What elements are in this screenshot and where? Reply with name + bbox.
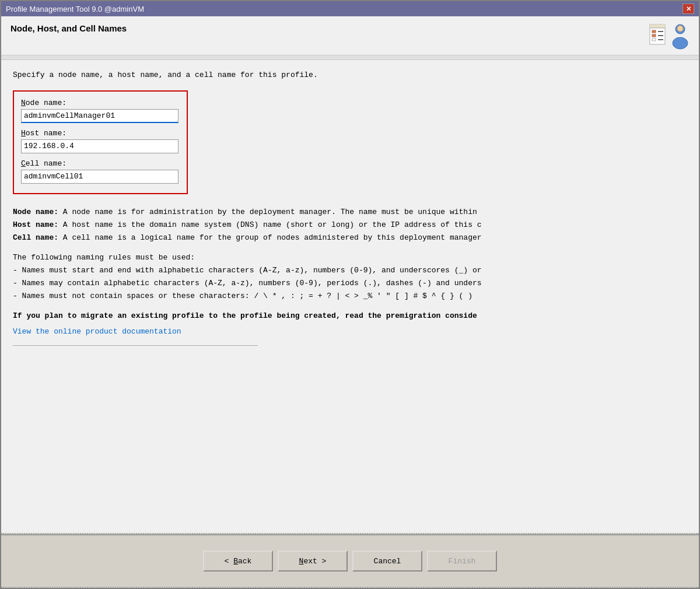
checklist-icon <box>648 23 670 50</box>
dotted-separator-bottom <box>1 587 699 588</box>
title-bar-buttons: ✕ <box>682 3 694 14</box>
person-icon <box>671 23 690 50</box>
rule-2: - Names may contain alphabetic character… <box>13 277 687 290</box>
migration-text: If you plan to migrate an existing profi… <box>13 310 687 322</box>
back-button[interactable]: < Back <box>203 551 273 572</box>
title-bar: Profile Management Tool 9.0 @adminVM ✕ <box>1 1 699 16</box>
host-info: Host name: A host name is the domain nam… <box>13 219 687 232</box>
cancel-button[interactable]: Cancel <box>352 551 422 572</box>
rules-intro: The following naming rules must be used: <box>13 251 687 264</box>
window-title: Profile Management Tool 9.0 @adminVM <box>6 5 144 13</box>
cell-label: Cell name: <box>21 159 180 168</box>
finish-button[interactable]: Finish <box>427 551 497 572</box>
cell-info: Cell name: A cell name is a logical name… <box>13 232 687 244</box>
host-field-group: Host name: <box>21 129 180 153</box>
node-info: Node name: A node name is for administra… <box>13 206 687 219</box>
online-docs-link[interactable]: View the online product documentation <box>13 327 181 336</box>
svg-rect-7 <box>652 38 656 41</box>
rule-3: - Names must not contain spaces or these… <box>13 290 687 303</box>
node-field-group: Node name: <box>21 99 180 123</box>
cell-name-input[interactable] <box>21 170 178 184</box>
svg-rect-3 <box>652 30 656 33</box>
svg-point-11 <box>677 26 683 31</box>
main-window: Profile Management Tool 9.0 @adminVM ✕ N… <box>0 0 700 589</box>
separator <box>13 345 258 346</box>
form-section: Node name: Host name: Cell name: <box>13 90 188 194</box>
rule-1: - Names must start and end with alphabet… <box>13 264 687 277</box>
svg-rect-5 <box>652 34 656 37</box>
svg-rect-1 <box>650 24 665 28</box>
node-label: Node name: <box>21 99 180 107</box>
bottom-nav: < Back Next > Cancel Finish <box>1 534 699 587</box>
next-button[interactable]: Next > <box>278 551 348 572</box>
progress-bar <box>1 55 699 60</box>
rules-block: The following naming rules must be used:… <box>13 251 687 303</box>
host-label: Host name: <box>21 129 180 138</box>
link-container: View the online product documentation <box>13 327 687 336</box>
main-content: Node, Host, and Cell Names <box>1 16 699 588</box>
svg-point-10 <box>673 37 688 49</box>
node-name-input[interactable] <box>21 109 178 123</box>
host-name-input[interactable] <box>21 139 178 153</box>
header-left: Node, Host, and Cell Names <box>10 23 127 33</box>
description-text: Specify a node name, a host name, and a … <box>13 69 687 81</box>
cell-field-group: Cell name: <box>21 159 180 184</box>
header-section: Node, Host, and Cell Names <box>1 16 699 55</box>
page-title: Node, Host, and Cell Names <box>10 23 127 33</box>
close-button[interactable]: ✕ <box>682 3 694 14</box>
info-text-block: Node name: A node name is for administra… <box>13 206 687 244</box>
header-icon-area <box>648 23 690 50</box>
content-area: Specify a node name, a host name, and a … <box>1 60 699 533</box>
